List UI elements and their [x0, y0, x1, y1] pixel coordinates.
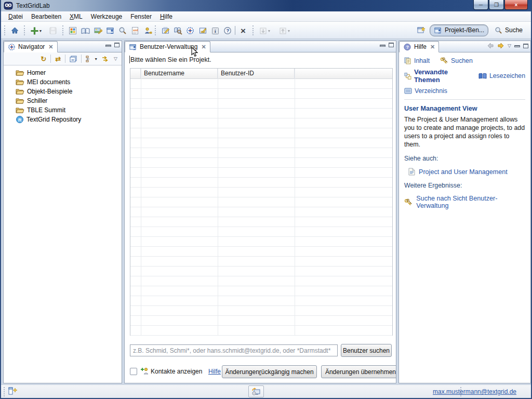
menubar: Datei Bearbeiten XML Werkzeuge Fenster H…: [1, 11, 531, 22]
menu-xml[interactable]: XML: [65, 12, 87, 21]
table-row-empty: [130, 109, 392, 118]
table-row-empty: [130, 79, 392, 89]
search-keys-icon: [440, 57, 448, 64]
tree-item-homer[interactable]: Homer: [4, 68, 122, 77]
maximize-view-icon[interactable]: [114, 43, 119, 47]
mouse-cursor: [191, 47, 198, 57]
project-user-icon[interactable]: [104, 24, 116, 37]
toolbar-grip[interactable]: [24, 25, 25, 35]
menu-werkzeuge[interactable]: Werkzeuge: [87, 12, 126, 21]
close-button[interactable]: ×: [504, 0, 528, 10]
toolbar-grip[interactable]: [4, 25, 6, 35]
link-with-editor-icon[interactable]: ⇄: [55, 55, 61, 63]
fast-view-icon[interactable]: [7, 387, 18, 396]
navigator-view: Navigator ✕ ↻ ⇄ ▼ ▽ Homer: [3, 41, 122, 383]
navigator-tab[interactable]: Navigator ✕: [4, 41, 58, 52]
table-row-empty: [130, 188, 392, 197]
aenderungen-uebernehmen-button[interactable]: Änderungen übernehmen: [321, 365, 396, 378]
collapse-all-icon[interactable]: [70, 56, 77, 62]
navigator-tab-close-icon[interactable]: ✕: [48, 44, 53, 50]
index-icon: [404, 88, 412, 94]
tree-layout-dropdown-icon[interactable]: ▼: [86, 56, 98, 62]
tree-item-objekt-beispiele[interactable]: Objekt-Beispiele: [4, 87, 122, 96]
project-user-management-link[interactable]: Project and User Management: [419, 168, 508, 176]
image-link-icon[interactable]: [91, 24, 104, 37]
view-menu-icon[interactable]: ▽: [508, 44, 511, 48]
menu-hilfe[interactable]: Hilfe: [156, 12, 177, 21]
users-table[interactable]: Benutzername Benutzer-ID: [130, 68, 393, 336]
open-object-icon[interactable]: [79, 24, 91, 37]
minimize-view-icon[interactable]: [105, 45, 111, 47]
help-nav-verwandte-themen[interactable]: Verwandte Themen: [404, 68, 471, 84]
logged-in-user-link[interactable]: max.mustermann@textgrid.de: [433, 388, 516, 395]
menu-datei[interactable]: Datei: [4, 12, 27, 21]
home-icon[interactable]: [8, 24, 21, 37]
search-browser-icon[interactable]: [171, 24, 184, 37]
perspective-project-user-button[interactable]: Projekt-/Ben...: [430, 24, 488, 36]
welcome-icon[interactable]: [66, 24, 79, 37]
tree-item-schiller[interactable]: Schiller: [4, 96, 122, 105]
toolbar-grip[interactable]: [62, 25, 64, 35]
maximize-view-icon[interactable]: [523, 44, 528, 48]
hilfe-tab[interactable]: ? Hilfe ✕: [399, 41, 439, 52]
help-tab-close-icon[interactable]: ✕: [430, 44, 435, 50]
info-icon[interactable]: i: [209, 24, 221, 37]
open-perspective-icon[interactable]: [415, 24, 428, 36]
perspective-search-button[interactable]: Suche: [490, 24, 527, 36]
column-benutzer-id[interactable]: Benutzer-ID: [218, 69, 295, 78]
search-icon[interactable]: [116, 24, 129, 37]
help-nav-suchen[interactable]: Suchen: [440, 57, 473, 64]
user-role-icon[interactable]: [141, 24, 154, 37]
related-topics-icon: [404, 72, 411, 80]
editor-footer: Kontakte anzeigen Hilfe Änderungen rückg…: [125, 364, 396, 379]
xml-editor-icon[interactable]: xml: [129, 24, 141, 37]
delete-icon[interactable]: ×: [237, 24, 249, 37]
metadata-editor-icon[interactable]: [196, 24, 209, 37]
restore-button[interactable]: ❐: [489, 0, 504, 10]
toolbar-grip[interactable]: [155, 25, 156, 35]
app-logo-owl-icon: [4, 2, 13, 10]
contacts-icon: [140, 367, 150, 375]
minimize-view-icon[interactable]: [380, 45, 385, 47]
titlebar[interactable]: TextGridLab ─ ❐ ×: [1, 0, 531, 11]
column-benutzername[interactable]: Benutzername: [141, 69, 218, 78]
menu-bearbeiten[interactable]: Bearbeiten: [27, 12, 65, 21]
refresh-icon[interactable]: ↻: [41, 55, 46, 63]
help-nav-inhalt[interactable]: Inhalt: [404, 57, 430, 64]
new-object-dropdown-icon[interactable]: ▼: [39, 29, 43, 33]
svg-text:?: ?: [406, 44, 408, 49]
text-editor-icon[interactable]: [159, 24, 171, 37]
view-menu-icon[interactable]: ▽: [114, 57, 117, 61]
go-into-icon[interactable]: [102, 56, 110, 62]
import-dropdown-icon: ▼: [257, 24, 273, 37]
menu-fenster[interactable]: Fenster: [126, 12, 156, 21]
table-row-empty: [130, 138, 392, 148]
forward-icon[interactable]: [497, 43, 504, 49]
tree-item-mei-documents[interactable]: MEI documents: [4, 77, 122, 87]
user-search-input[interactable]: [130, 344, 338, 356]
tree-item-tble-summit[interactable]: TBLE Summit: [4, 105, 122, 115]
suche-benutzer-verwaltung-link[interactable]: Suche nach Sicht Benutzer-Verwaltung: [416, 195, 525, 209]
aenderungen-rueckgaengig-button[interactable]: Änderungen rückgängig machen: [222, 365, 317, 378]
column-blank-2[interactable]: [295, 69, 392, 78]
toolbar-grip[interactable]: [252, 25, 254, 35]
kontakte-anzeigen-label[interactable]: Kontakte anzeigen: [151, 368, 202, 375]
minimize-view-icon[interactable]: [514, 45, 520, 47]
editor-tab-close-icon[interactable]: ✕: [201, 44, 206, 50]
tree-item-textgrid-repository[interactable]: R TextGrid Repository: [4, 115, 122, 124]
maximize-view-icon[interactable]: [389, 43, 394, 47]
hilfe-link[interactable]: Hilfe: [208, 368, 221, 375]
minimize-button[interactable]: ─: [473, 0, 488, 10]
help-nav-lesezeichen[interactable]: Lesezeichen: [478, 72, 525, 79]
table-row-empty: [130, 158, 392, 168]
column-blank[interactable]: [130, 69, 141, 78]
help-topic-title: User Management View: [404, 105, 525, 112]
help-nav-verzeichnis[interactable]: Verzeichnis: [404, 87, 447, 95]
background-progress-button[interactable]: [248, 385, 264, 397]
new-object-icon[interactable]: ▼: [28, 24, 45, 37]
help-icon[interactable]: ?: [221, 24, 234, 37]
benutzer-suchen-button[interactable]: Benutzer suchen: [341, 344, 392, 357]
kontakte-anzeigen-checkbox[interactable]: [130, 368, 137, 375]
table-row-empty: [130, 217, 392, 227]
navigator-compass-icon[interactable]: [184, 24, 196, 37]
